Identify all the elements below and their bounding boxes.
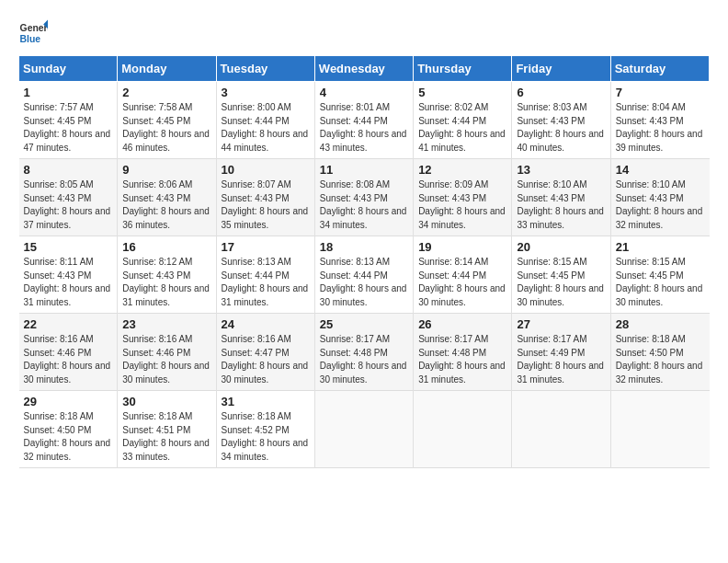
day-number: 8 (24, 163, 113, 177)
day-info: Sunrise: 8:17 AMSunset: 4:49 PMDaylight:… (517, 333, 605, 386)
day-info: Sunrise: 8:14 AMSunset: 4:44 PMDaylight:… (418, 256, 506, 309)
col-header-wednesday: Wednesday (314, 56, 413, 82)
page-header: General Blue (18, 18, 710, 48)
calendar-cell: 2 Sunrise: 7:58 AMSunset: 4:45 PMDayligh… (118, 82, 216, 159)
day-number: 31 (222, 395, 310, 408)
day-number: 25 (320, 317, 408, 331)
calendar-cell: 12 Sunrise: 8:09 AMSunset: 4:43 PMDaylig… (414, 159, 512, 236)
calendar-cell: 1 Sunrise: 7:57 AMSunset: 4:45 PMDayligh… (19, 82, 118, 159)
day-number: 10 (222, 163, 310, 177)
day-info: Sunrise: 8:03 AMSunset: 4:43 PMDaylight:… (517, 101, 605, 155)
calendar-week-row: 22 Sunrise: 8:16 AMSunset: 4:46 PMDaylig… (19, 314, 710, 391)
col-header-saturday: Saturday (610, 56, 709, 82)
day-number: 2 (122, 86, 210, 99)
calendar-cell: 24 Sunrise: 8:16 AMSunset: 4:47 PMDaylig… (216, 314, 314, 391)
calendar-cell: 29 Sunrise: 8:18 AMSunset: 4:50 PMDaylig… (19, 391, 118, 468)
day-info: Sunrise: 8:12 AMSunset: 4:43 PMDaylight:… (122, 256, 210, 309)
col-header-sunday: Sunday (19, 56, 118, 82)
day-info: Sunrise: 8:04 AMSunset: 4:43 PMDaylight:… (616, 101, 705, 155)
calendar-cell (414, 391, 512, 468)
day-number: 16 (122, 240, 210, 254)
calendar-cell: 15 Sunrise: 8:11 AMSunset: 4:43 PMDaylig… (19, 236, 118, 314)
col-header-tuesday: Tuesday (216, 56, 314, 82)
svg-text:Blue: Blue (20, 34, 41, 44)
day-number: 5 (418, 86, 506, 99)
day-info: Sunrise: 8:11 AMSunset: 4:43 PMDaylight:… (24, 256, 113, 309)
day-number: 22 (24, 317, 113, 331)
calendar-cell: 7 Sunrise: 8:04 AMSunset: 4:43 PMDayligh… (610, 82, 709, 159)
day-info: Sunrise: 8:15 AMSunset: 4:45 PMDaylight:… (517, 256, 605, 309)
calendar-week-row: 29 Sunrise: 8:18 AMSunset: 4:50 PMDaylig… (19, 391, 710, 468)
calendar-cell: 25 Sunrise: 8:17 AMSunset: 4:48 PMDaylig… (314, 314, 413, 391)
day-info: Sunrise: 8:01 AMSunset: 4:44 PMDaylight:… (320, 101, 408, 155)
calendar-cell: 30 Sunrise: 8:18 AMSunset: 4:51 PMDaylig… (118, 391, 216, 468)
day-number: 17 (222, 240, 310, 254)
calendar-cell: 5 Sunrise: 8:02 AMSunset: 4:44 PMDayligh… (414, 82, 512, 159)
day-number: 20 (517, 240, 605, 254)
calendar-cell: 16 Sunrise: 8:12 AMSunset: 4:43 PMDaylig… (118, 236, 216, 314)
day-info: Sunrise: 7:58 AMSunset: 4:45 PMDaylight:… (122, 101, 210, 155)
day-info: Sunrise: 8:02 AMSunset: 4:44 PMDaylight:… (418, 101, 506, 155)
calendar-cell: 11 Sunrise: 8:08 AMSunset: 4:43 PMDaylig… (314, 159, 413, 236)
day-number: 28 (616, 317, 705, 331)
calendar-cell: 27 Sunrise: 8:17 AMSunset: 4:49 PMDaylig… (512, 314, 610, 391)
day-number: 11 (320, 163, 408, 177)
day-info: Sunrise: 8:10 AMSunset: 4:43 PMDaylight:… (517, 178, 605, 232)
day-number: 15 (24, 240, 113, 254)
day-number: 6 (517, 86, 605, 99)
calendar-cell: 20 Sunrise: 8:15 AMSunset: 4:45 PMDaylig… (512, 236, 610, 314)
day-info: Sunrise: 8:17 AMSunset: 4:48 PMDaylight:… (418, 333, 506, 386)
calendar-cell: 22 Sunrise: 8:16 AMSunset: 4:46 PMDaylig… (19, 314, 118, 391)
calendar-cell (314, 391, 413, 468)
col-header-friday: Friday (512, 56, 610, 82)
day-info: Sunrise: 8:09 AMSunset: 4:43 PMDaylight:… (418, 178, 506, 232)
calendar-cell: 21 Sunrise: 8:15 AMSunset: 4:45 PMDaylig… (610, 236, 709, 314)
day-info: Sunrise: 8:07 AMSunset: 4:43 PMDaylight:… (222, 178, 310, 232)
day-info: Sunrise: 8:08 AMSunset: 4:43 PMDaylight:… (320, 178, 408, 232)
col-header-monday: Monday (118, 56, 216, 82)
calendar-header-row: SundayMondayTuesdayWednesdayThursdayFrid… (19, 56, 710, 82)
calendar-cell: 13 Sunrise: 8:10 AMSunset: 4:43 PMDaylig… (512, 159, 610, 236)
calendar-cell: 19 Sunrise: 8:14 AMSunset: 4:44 PMDaylig… (414, 236, 512, 314)
calendar-cell: 3 Sunrise: 8:00 AMSunset: 4:44 PMDayligh… (216, 82, 314, 159)
day-info: Sunrise: 8:18 AMSunset: 4:50 PMDaylight:… (616, 333, 705, 386)
day-info: Sunrise: 8:15 AMSunset: 4:45 PMDaylight:… (616, 256, 705, 309)
day-info: Sunrise: 8:16 AMSunset: 4:46 PMDaylight:… (24, 333, 113, 386)
day-number: 21 (616, 240, 705, 254)
logo-icon: General Blue (18, 18, 48, 48)
calendar-cell (610, 391, 709, 468)
day-info: Sunrise: 7:57 AMSunset: 4:45 PMDaylight:… (24, 101, 113, 155)
calendar-cell: 4 Sunrise: 8:01 AMSunset: 4:44 PMDayligh… (314, 82, 413, 159)
day-number: 13 (517, 163, 605, 177)
day-number: 29 (24, 395, 113, 408)
day-number: 19 (418, 240, 506, 254)
calendar-cell (512, 391, 610, 468)
day-number: 1 (24, 86, 113, 99)
day-info: Sunrise: 8:16 AMSunset: 4:47 PMDaylight:… (222, 333, 310, 386)
day-number: 26 (418, 317, 506, 331)
day-number: 18 (320, 240, 408, 254)
calendar-cell: 17 Sunrise: 8:13 AMSunset: 4:44 PMDaylig… (216, 236, 314, 314)
day-number: 12 (418, 163, 506, 177)
svg-text:General: General (20, 23, 48, 33)
calendar-cell: 23 Sunrise: 8:16 AMSunset: 4:46 PMDaylig… (118, 314, 216, 391)
day-info: Sunrise: 8:10 AMSunset: 4:43 PMDaylight:… (616, 178, 705, 232)
day-info: Sunrise: 8:13 AMSunset: 4:44 PMDaylight:… (222, 256, 310, 309)
day-number: 23 (122, 317, 210, 331)
calendar-cell: 8 Sunrise: 8:05 AMSunset: 4:43 PMDayligh… (19, 159, 118, 236)
day-number: 14 (616, 163, 705, 177)
calendar-week-row: 1 Sunrise: 7:57 AMSunset: 4:45 PMDayligh… (19, 82, 710, 159)
calendar-cell: 10 Sunrise: 8:07 AMSunset: 4:43 PMDaylig… (216, 159, 314, 236)
day-info: Sunrise: 8:18 AMSunset: 4:51 PMDaylight:… (122, 410, 210, 464)
day-number: 9 (122, 163, 210, 177)
col-header-thursday: Thursday (414, 56, 512, 82)
calendar-cell: 26 Sunrise: 8:17 AMSunset: 4:48 PMDaylig… (414, 314, 512, 391)
day-info: Sunrise: 8:00 AMSunset: 4:44 PMDaylight:… (222, 101, 310, 155)
day-info: Sunrise: 8:17 AMSunset: 4:48 PMDaylight:… (320, 333, 408, 386)
logo: General Blue (18, 18, 48, 48)
calendar-body: 1 Sunrise: 7:57 AMSunset: 4:45 PMDayligh… (19, 82, 710, 468)
calendar-cell: 6 Sunrise: 8:03 AMSunset: 4:43 PMDayligh… (512, 82, 610, 159)
day-info: Sunrise: 8:18 AMSunset: 4:52 PMDaylight:… (222, 410, 310, 464)
day-info: Sunrise: 8:16 AMSunset: 4:46 PMDaylight:… (122, 333, 210, 386)
calendar-table: SundayMondayTuesdayWednesdayThursdayFrid… (18, 55, 710, 468)
